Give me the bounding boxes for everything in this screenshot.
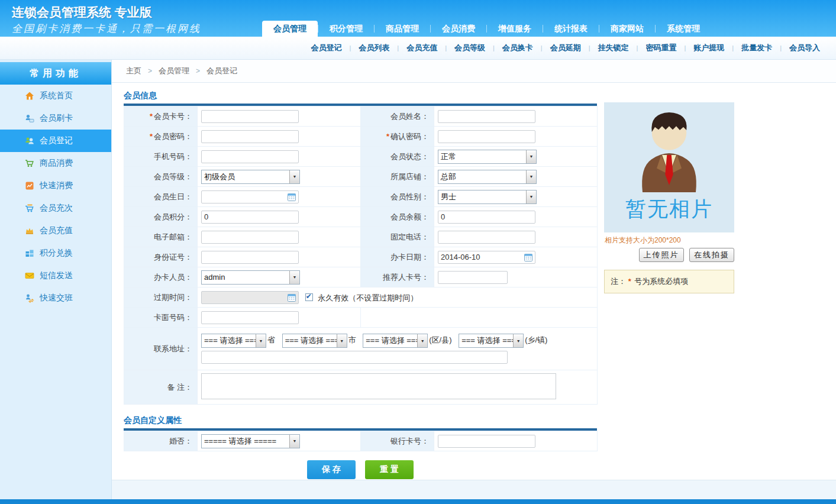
sidebar-item-recharge-times[interactable]: 会员充次 (0, 197, 111, 219)
home-icon (25, 91, 34, 101)
mobile-input[interactable] (201, 150, 299, 163)
sidebar-item-quick-consume[interactable]: 快速消费 (0, 175, 111, 197)
status-label: 会员状态： (390, 152, 429, 161)
sidebar-item-member-register[interactable]: 会员登记 (0, 130, 111, 152)
name-input[interactable] (438, 110, 535, 123)
upload-photo-button[interactable]: 上传照片 (639, 248, 684, 262)
town-select[interactable]: === 请选择 === (459, 334, 524, 348)
points-input[interactable] (201, 211, 299, 224)
address-label: 联系地址： (154, 344, 192, 353)
section-title-member-info: 会员信息 (124, 91, 597, 101)
breadcrumb-home[interactable]: 主页 (126, 66, 141, 76)
calendar-icon[interactable] (524, 253, 532, 263)
dropdown-arrow-icon (417, 334, 427, 347)
phone-input[interactable] (438, 231, 535, 244)
married-select[interactable]: ===== 请选择 ===== (201, 434, 300, 448)
gender-select[interactable]: 男士 (438, 190, 537, 204)
subnav-member-import[interactable]: 会员导入 (782, 43, 828, 53)
section-title-custom-attrs: 会员自定义属性 (124, 415, 597, 426)
recharge-crown-icon (25, 226, 34, 235)
online-capture-button[interactable]: 在线拍摄 (689, 248, 734, 262)
sidebar-item-label: 会员充次 (40, 203, 73, 214)
subnav-member-list[interactable]: 会员列表 (351, 43, 397, 53)
permanent-valid-checkbox[interactable] (305, 293, 313, 301)
store-select[interactable]: 总部 (438, 170, 537, 184)
tab-goods-manage[interactable]: 商品管理 (375, 21, 430, 37)
sidebar-item-label: 系统首页 (40, 91, 73, 101)
photo-size-hint: 相片支持大小为200*200 (605, 235, 735, 245)
sidebar-item-sms[interactable]: 短信发送 (0, 264, 111, 287)
subnav-member-recharge[interactable]: 会员充值 (399, 43, 445, 53)
sidebar: 常用功能 系统首页 会员刷卡 会员登记 商品消费 (0, 60, 111, 499)
id-card-input[interactable] (201, 251, 299, 264)
breadcrumb-current: 会员登记 (206, 66, 237, 76)
sidebar-item-home[interactable]: 系统首页 (0, 85, 111, 107)
city-select[interactable]: === 请选择 === (282, 334, 347, 348)
save-button[interactable]: 保 存 (307, 460, 356, 479)
address-detail-input[interactable] (201, 351, 508, 364)
dropdown-arrow-icon (513, 334, 523, 347)
sidebar-item-goods-consume[interactable]: 商品消费 (0, 152, 111, 175)
tab-member-consume[interactable]: 会员消费 (431, 21, 486, 37)
tab-value-service[interactable]: 增值服务 (487, 21, 543, 37)
referrer-input[interactable] (438, 271, 508, 284)
sidebar-item-recharge[interactable]: 会员充值 (0, 219, 111, 242)
card-no-label: 会员卡号： (154, 112, 192, 121)
status-select[interactable]: 正常 (438, 150, 537, 164)
email-input[interactable] (201, 231, 299, 244)
subnav-member-level[interactable]: 会员等级 (447, 43, 493, 53)
subnav-card-replace[interactable]: 会员换卡 (495, 43, 541, 53)
password-label: 会员密码： (154, 132, 192, 141)
dropdown-arrow-icon (526, 150, 536, 163)
birthday-input[interactable] (201, 190, 299, 203)
bank-card-input[interactable] (438, 435, 535, 448)
sidebar-item-points-exchange[interactable]: 积分兑换 (0, 242, 111, 264)
required-star: * (150, 112, 153, 121)
confirm-password-input[interactable] (438, 130, 535, 143)
expire-input (201, 291, 299, 304)
subnav-loss-lock[interactable]: 挂失锁定 (590, 43, 637, 53)
subnav-password-reset[interactable]: 密码重置 (638, 43, 684, 53)
content-area: 主页 > 会员管理 > 会员登记 会员信息 *会员卡号： 会员姓名： (111, 60, 836, 499)
recharge-times-cart-icon (25, 203, 34, 213)
dropdown-arrow-icon (289, 170, 299, 183)
district-select[interactable]: === 请选择 === (363, 334, 428, 348)
sms-envelope-icon (25, 271, 34, 280)
operator-select[interactable]: admin (201, 270, 300, 285)
sidebar-item-member-swipe[interactable]: 会员刷卡 (0, 107, 111, 130)
subnav-member-register[interactable]: 会员登记 (303, 43, 349, 53)
password-input[interactable] (201, 130, 299, 143)
birthday-label: 会员生日： (154, 192, 192, 201)
referrer-label: 推荐人卡号： (383, 273, 429, 282)
balance-input[interactable] (438, 211, 535, 224)
tab-report[interactable]: 统计报表 (543, 21, 599, 37)
subnav-withdraw[interactable]: 账户提现 (686, 43, 732, 53)
app-logo: 连锁会员管理系统 专业版 全国刷卡消费一卡通，只需一根网线 (12, 4, 201, 35)
calendar-icon[interactable] (288, 193, 296, 203)
tab-member-manage[interactable]: 会员管理 (262, 21, 318, 37)
operator-label: 办卡人员： (154, 273, 192, 282)
sidebar-item-label: 快速交班 (40, 293, 73, 303)
no-photo-text: 暂无相片 (625, 198, 713, 219)
subnav-member-extend[interactable]: 会员延期 (543, 43, 589, 53)
sidebar-item-label: 会员登记 (40, 135, 73, 146)
province-select[interactable]: === 请选择 === (201, 334, 266, 348)
tab-points-manage[interactable]: 积分管理 (318, 21, 374, 37)
breadcrumb: 主页 > 会员管理 > 会员登记 (112, 60, 836, 83)
app-slogan: 全国刷卡消费一卡通，只需一根网线 (12, 22, 201, 35)
calendar-icon[interactable] (288, 293, 296, 303)
level-select[interactable]: 初级会员 (201, 170, 300, 184)
goods-consume-cart-icon (25, 159, 34, 168)
tab-system-manage[interactable]: 系统管理 (656, 21, 711, 37)
subnav-batch-cards[interactable]: 批量发卡 (734, 43, 780, 53)
dropdown-arrow-icon (526, 190, 536, 203)
issue-date-input[interactable] (438, 251, 535, 264)
breadcrumb-member-manage[interactable]: 会员管理 (159, 66, 189, 76)
reset-button[interactable]: 重 置 (365, 460, 414, 479)
sidebar-item-shift-change[interactable]: 快速交班 (0, 287, 111, 309)
bank-card-label: 银行卡号： (390, 437, 429, 445)
card-face-input[interactable] (201, 311, 299, 324)
card-no-input[interactable] (201, 110, 299, 123)
remark-textarea[interactable] (201, 373, 556, 399)
tab-merchant-site[interactable]: 商家网站 (599, 21, 655, 37)
